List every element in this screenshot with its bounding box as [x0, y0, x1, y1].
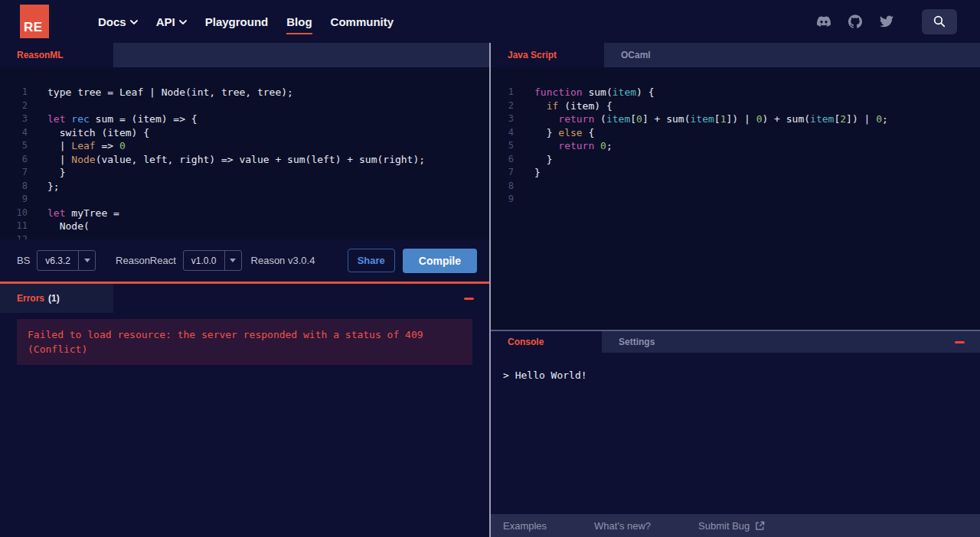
- line-number: 5: [0, 139, 28, 153]
- javascript-output-editor[interactable]: 123456789 function sum(item) { if (item)…: [491, 67, 980, 330]
- footer-link-label: Submit Bug: [698, 520, 750, 532]
- line-number: 10: [0, 207, 28, 220]
- line-number: 8: [0, 180, 28, 194]
- code-line: type tree = Leaf | Node(int, tree, tree)…: [47, 86, 489, 99]
- nav-item-label: API: [156, 15, 175, 28]
- line-number: 12: [0, 233, 28, 240]
- playground-footer: Examples What's new? Submit Bug: [491, 514, 980, 537]
- compile-button[interactable]: Compile: [403, 249, 477, 273]
- twitter-icon[interactable]: [880, 15, 893, 28]
- left-pane: ReasonML 123456789101112131415161718 typ…: [0, 43, 491, 537]
- line-number: 3: [0, 112, 28, 126]
- code-line: if (item) {: [534, 99, 980, 113]
- top-navbar: RE Docs API Playground Blog Community: [0, 0, 980, 43]
- code-line: Node(: [47, 220, 489, 233]
- line-number: 2: [0, 99, 28, 113]
- logo-text: RE: [24, 20, 43, 35]
- tab-label: ReasonML: [17, 50, 64, 60]
- nav-item-playground[interactable]: Playground: [205, 15, 269, 28]
- chevron-down-icon: [130, 20, 138, 24]
- console-output: > Hello World!: [491, 353, 980, 514]
- nav-item-api[interactable]: API: [156, 15, 187, 28]
- bs-version-value: v6.3.2: [38, 251, 78, 270]
- code-line: } else {: [534, 126, 980, 140]
- editor-toolbar: BS v6.3.2 ReasonReact v1.0.0 Reason v3.0…: [0, 239, 489, 282]
- examples-link[interactable]: Examples: [503, 520, 547, 532]
- line-number: 9: [491, 193, 514, 207]
- chevron-down-icon: [224, 251, 241, 270]
- code-line: [47, 233, 489, 240]
- code-line: function sum(item) {: [534, 86, 980, 99]
- reasonreact-version-value: v1.0.0: [184, 251, 224, 270]
- errors-title: Errors: [17, 293, 44, 304]
- left-tabbar: ReasonML: [0, 43, 489, 67]
- line-number: 7: [491, 166, 514, 180]
- tab-settings[interactable]: Settings: [602, 331, 671, 353]
- code-line: }: [534, 153, 980, 167]
- line-number-gutter: 123456789101112131415161718: [0, 67, 35, 239]
- code-line: }: [47, 166, 489, 180]
- line-number: 8: [491, 180, 514, 194]
- tab-console[interactable]: Console: [491, 331, 602, 353]
- code-line: [534, 180, 980, 194]
- nav-right-icons: [817, 9, 980, 34]
- external-link-icon: [755, 521, 765, 531]
- bs-version-select[interactable]: v6.3.2: [37, 250, 96, 271]
- code-line: let myTree =: [47, 207, 489, 220]
- nav-item-blog[interactable]: Blog: [286, 15, 312, 28]
- search-button[interactable]: [922, 9, 957, 34]
- nav-item-label: Docs: [98, 15, 126, 28]
- footer-link-label: Examples: [503, 520, 547, 532]
- whats-new-link[interactable]: What's new?: [594, 520, 651, 532]
- line-number: 3: [491, 112, 514, 126]
- tab-label: Settings: [619, 337, 655, 347]
- line-number: 1: [491, 86, 514, 99]
- line-number-gutter: 123456789: [491, 67, 520, 330]
- reason-logo[interactable]: RE: [20, 5, 49, 38]
- code-area: function sum(item) { if (item) { return …: [520, 67, 980, 330]
- submit-bug-link[interactable]: Submit Bug: [698, 520, 765, 532]
- tab-label: Console: [508, 337, 544, 347]
- line-number: 9: [0, 193, 28, 207]
- tab-label: Java Script: [508, 50, 557, 60]
- tab-reasonml[interactable]: ReasonML: [0, 43, 113, 67]
- line-number: 1: [0, 86, 28, 99]
- tab-label: OCaml: [621, 50, 651, 60]
- right-pane: Java Script OCaml 123456789 function sum…: [491, 43, 980, 537]
- tab-javascript[interactable]: Java Script: [491, 43, 604, 67]
- nav-item-community[interactable]: Community: [331, 15, 394, 28]
- tab-ocaml[interactable]: OCaml: [604, 43, 668, 67]
- line-number: 6: [0, 153, 28, 167]
- tab-errors[interactable]: Errors (1): [0, 284, 113, 313]
- reasonreact-version-select[interactable]: v1.0.0: [183, 250, 242, 271]
- discord-icon[interactable]: [817, 15, 831, 28]
- nav-menu: Docs API Playground Blog Community: [98, 15, 394, 28]
- reason-editor[interactable]: 123456789101112131415161718 type tree = …: [0, 67, 489, 239]
- nav-item-label: Blog: [286, 15, 312, 28]
- code-line: [534, 193, 980, 207]
- nav-item-docs[interactable]: Docs: [98, 15, 138, 28]
- github-icon[interactable]: [848, 15, 862, 28]
- errors-count-badge: (1): [48, 293, 60, 304]
- share-button[interactable]: Share: [348, 249, 395, 272]
- code-line: [47, 193, 489, 207]
- code-line: }: [534, 166, 980, 180]
- collapse-errors-icon[interactable]: [464, 298, 474, 300]
- code-area[interactable]: type tree = Leaf | Node(int, tree, tree)…: [35, 67, 489, 239]
- code-line: };: [47, 180, 489, 194]
- code-line: | Node(value, left, right) => value + su…: [47, 153, 489, 167]
- reasonreact-label: ReasonReact: [116, 255, 176, 266]
- chevron-down-icon: [78, 251, 95, 270]
- error-message: Failed to load resource: the server resp…: [17, 319, 472, 365]
- main-split: ReasonML 123456789101112131415161718 typ…: [0, 43, 980, 537]
- chevron-down-icon: [179, 20, 187, 24]
- code-line: [47, 99, 489, 113]
- collapse-console-icon[interactable]: [955, 341, 965, 343]
- code-line: return (item[0] + sum(item[1]) | 0) + su…: [534, 112, 980, 126]
- bs-label: BS: [17, 255, 30, 266]
- search-icon: [933, 15, 946, 28]
- nav-item-label: Playground: [205, 15, 269, 28]
- line-number: 5: [491, 139, 514, 153]
- line-number: 4: [491, 126, 514, 140]
- errors-header: Errors (1): [0, 284, 489, 313]
